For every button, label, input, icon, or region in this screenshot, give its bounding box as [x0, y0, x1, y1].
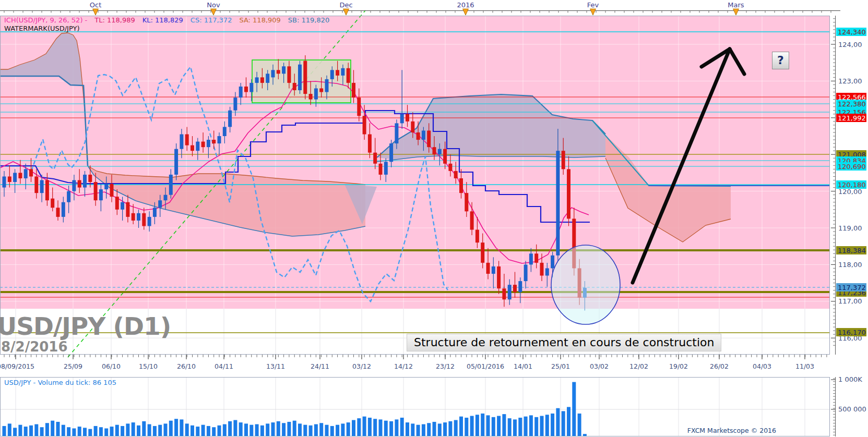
copyright-notice: FXCM Marketscope © 2016 — [620, 427, 776, 434]
volume-bar — [562, 411, 565, 436]
candle-body — [384, 162, 388, 175]
volume-bar — [545, 415, 549, 436]
volume-bar — [266, 423, 269, 436]
candle-body — [78, 180, 81, 187]
candle-body — [368, 134, 372, 152]
volume-bar — [578, 414, 581, 436]
candle-body — [282, 66, 286, 74]
volume-bar — [174, 419, 178, 436]
candle-body — [319, 88, 323, 92]
volume-bar — [18, 425, 22, 436]
candle-body — [40, 180, 44, 193]
kijun-value: KL: 118,829 — [142, 16, 183, 24]
volume-bar — [24, 427, 28, 436]
volume-bar — [406, 422, 409, 436]
volume-bar — [438, 423, 442, 436]
date-tick-label: 26/10 — [177, 362, 196, 370]
volume-bar — [572, 382, 576, 436]
volume-bar — [62, 425, 65, 436]
candle-body — [169, 175, 173, 195]
volume-bar — [357, 418, 361, 436]
date-tick-label: 04/11 — [215, 362, 233, 370]
candle-body — [110, 184, 114, 197]
candle-body — [298, 65, 302, 90]
candle-body — [448, 164, 452, 171]
candle-body — [303, 61, 307, 94]
volume-bar — [502, 414, 506, 436]
candle-body — [534, 253, 538, 263]
candle-body — [433, 147, 436, 154]
candle-body — [218, 136, 221, 143]
candle-body — [132, 213, 135, 221]
volume-bar — [115, 425, 119, 436]
price-chart-canvas: OctNovDec2016FevMars08/09/201525/0906/10… — [0, 0, 868, 437]
candle-body — [492, 266, 495, 274]
candle-body — [562, 151, 565, 169]
candle-body — [513, 285, 517, 292]
volume-bar — [433, 422, 436, 436]
price-tick-label: 118,00 — [838, 261, 862, 269]
candle-body — [293, 83, 296, 90]
candle-body — [545, 268, 549, 275]
volume-bar — [88, 429, 92, 436]
month-label: Fev — [587, 1, 599, 9]
candle-body — [158, 200, 162, 208]
volume-bar — [470, 416, 474, 436]
candle-body — [83, 175, 87, 188]
date-tick-label: 15/10 — [139, 362, 158, 370]
price-level-badge-label: 117,372 — [838, 284, 866, 292]
candle-body — [104, 184, 108, 190]
help-button[interactable]: ? — [772, 52, 789, 69]
volume-bar — [384, 421, 388, 436]
volume-bar — [497, 416, 501, 436]
candle-body — [551, 256, 554, 269]
volume-bar — [180, 419, 183, 436]
volume-bar — [309, 426, 313, 436]
candle-body — [502, 288, 506, 299]
candle-body — [330, 70, 334, 79]
candle-body — [153, 208, 157, 217]
volume-bar — [212, 427, 216, 436]
volume-bar — [78, 427, 81, 436]
candle-body — [126, 202, 129, 217]
volume-bar — [427, 423, 431, 436]
price-level-badge-label: 124,340 — [838, 28, 866, 36]
candle-body — [13, 173, 17, 182]
candle-body — [94, 182, 98, 200]
month-label: Mars — [728, 1, 744, 9]
candle-body — [347, 68, 350, 83]
candle-body — [115, 197, 119, 210]
indicator-status-bar: ICH(USD/JPY, 9, 26, 52) -TL: 118,989KL: … — [4, 16, 337, 24]
candle-body — [529, 253, 533, 264]
volume-bar — [422, 424, 425, 436]
volume-bar — [29, 426, 33, 436]
volume-indicator-label: USD/JPY - Volume du tick: 86 105 — [4, 379, 116, 386]
date-tick-label: 04/03 — [753, 362, 771, 370]
price-level-badge-label: 116,170 — [838, 329, 866, 336]
volume-bar — [583, 434, 587, 436]
candle-body — [373, 153, 377, 164]
candle-body — [277, 70, 280, 74]
candle-body — [228, 111, 232, 127]
candle-body — [411, 122, 414, 132]
volume-bar — [513, 419, 517, 436]
candle-body — [99, 189, 103, 200]
volume-bar — [164, 423, 168, 436]
volume-bar — [255, 424, 259, 436]
volume-bar — [379, 419, 383, 436]
candle-body — [191, 145, 194, 151]
candle-body — [438, 149, 442, 155]
candle-body — [24, 169, 28, 178]
candle-body — [271, 70, 275, 77]
candle-body — [148, 217, 151, 226]
candle-body — [255, 77, 259, 83]
volume-bar — [518, 418, 522, 436]
volume-bar — [137, 426, 140, 436]
candle-body — [417, 132, 420, 140]
candle-body — [465, 193, 468, 211]
candle-body — [62, 202, 65, 217]
volume-bar — [207, 426, 210, 436]
candle-body — [443, 149, 447, 164]
candle-body — [180, 134, 183, 149]
volume-bar — [459, 417, 463, 436]
